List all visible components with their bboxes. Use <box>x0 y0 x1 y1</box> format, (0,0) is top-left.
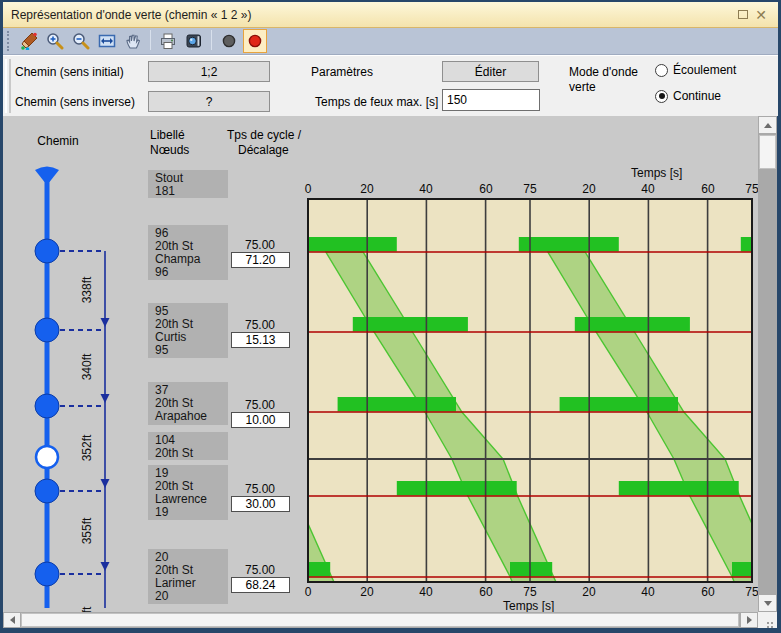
scroll-up-button[interactable] <box>759 117 776 133</box>
zoom-out-icon <box>72 32 90 50</box>
restore-button[interactable] <box>734 6 752 24</box>
scroll-down-button[interactable] <box>759 595 776 611</box>
bottom-axis-tick-1: 20 <box>352 585 382 599</box>
panel-splitter[interactable] <box>5 59 11 113</box>
temps-feux-input[interactable] <box>442 89 540 111</box>
tps-cycle-header: Tps de cycle / <box>227 128 301 142</box>
scroll-left-icon <box>10 616 15 624</box>
radio-ecoulement-label: Écoulement <box>673 63 736 77</box>
chemin-inverse-label: Chemin (sens inverse) <box>15 95 135 109</box>
chemin-inverse-button[interactable]: ? <box>148 91 270 112</box>
toolbar-drag-handle[interactable] <box>7 31 12 51</box>
top-axis-tick-7: 60 <box>693 182 723 196</box>
cycle-time-arapahoe: 75.00 <box>231 398 289 412</box>
zoom-in-button[interactable] <box>43 29 67 53</box>
distance-label-4: ft <box>80 587 94 612</box>
vertical-scroll-thumb[interactable] <box>759 135 776 169</box>
toolbar-separator <box>150 30 151 50</box>
close-icon: ✕ <box>755 8 767 22</box>
restore-icon <box>738 10 748 19</box>
bottom-axis-tick-8: 75 <box>737 585 758 599</box>
mode-onde-label: Mode d'onde verte <box>569 65 651 95</box>
mode-red-button[interactable] <box>243 29 267 53</box>
horizontal-scrollbar[interactable] <box>3 612 758 628</box>
print-button[interactable] <box>156 29 180 53</box>
top-axis-tick-6: 40 <box>633 182 663 196</box>
bottom-axis-tick-2: 40 <box>411 585 441 599</box>
snapshot-icon <box>185 32 203 50</box>
chemin-initial-label: Chemin (sens initial) <box>15 65 124 79</box>
top-axis-tick-0: 0 <box>293 182 323 196</box>
parameter-panel: Chemin (sens initial) 1;2 Chemin (sens i… <box>3 55 778 116</box>
toolbar <box>3 28 778 55</box>
node-label-stout: Stout181 <box>148 170 228 198</box>
node-label-104: 10420th St <box>148 432 228 460</box>
node-label-arapahoe: 3720th StArapahoe <box>148 382 228 425</box>
bottom-axis-tick-3: 60 <box>471 585 501 599</box>
noeuds-header: Nœuds <box>150 143 189 157</box>
bottom-axis-title: Temps [s] <box>503 599 554 612</box>
repaint-button[interactable] <box>17 29 41 53</box>
zoom-fit-button[interactable] <box>95 29 119 53</box>
zoom-out-button[interactable] <box>69 29 93 53</box>
top-axis-tick-5: 20 <box>574 182 604 196</box>
radio-ecoulement-icon <box>655 64 668 77</box>
radio-continue-label: Continue <box>673 89 721 103</box>
offset-input-larimer[interactable] <box>231 577 290 593</box>
snapshot-button[interactable] <box>182 29 206 53</box>
parametres-label: Paramètres <box>311 65 373 79</box>
libelle-header: Libellé <box>150 128 185 142</box>
temps-feux-label: Temps de feux max. [s] <box>315 95 438 109</box>
bottom-axis-tick-6: 40 <box>633 585 663 599</box>
cycle-time-lawrence: 75.00 <box>231 482 289 496</box>
node-label-lawrence: 1920th StLawrence19 <box>148 465 228 520</box>
scroll-left-button[interactable] <box>4 613 20 627</box>
diagram-area: Chemin Libellé Nœuds Tps de cycle / Déca… <box>3 116 758 612</box>
distance-label-0: 338ft <box>80 267 94 313</box>
mode-gray-button[interactable] <box>217 29 241 53</box>
scroll-down-icon <box>764 601 772 606</box>
top-axis-tick-8: 75 <box>737 182 758 196</box>
cycle-time-champa: 75.00 <box>231 238 289 252</box>
radio-continue[interactable]: Continue <box>655 89 721 103</box>
pan-hand-icon <box>124 32 142 50</box>
window-title: Représentation d'onde verte (chemin « 1 … <box>11 8 734 22</box>
node-label-champa: 9620th StChampa96 <box>148 225 228 280</box>
chemin-initial-button[interactable]: 1;2 <box>148 61 270 82</box>
toolbar-separator <box>211 30 212 50</box>
zoom-in-icon <box>46 32 64 50</box>
offset-input-curtis[interactable] <box>231 332 290 348</box>
offset-input-champa[interactable] <box>231 252 290 268</box>
offset-input-arapahoe[interactable] <box>231 412 290 428</box>
top-axis-tick-4: 75 <box>515 182 545 196</box>
scroll-right-button[interactable] <box>741 613 757 627</box>
scroll-up-icon <box>764 123 772 128</box>
resize-grip-icon[interactable] <box>758 612 777 628</box>
top-axis-tick-1: 20 <box>352 182 382 196</box>
close-button[interactable]: ✕ <box>752 6 770 24</box>
top-axis-tick-3: 60 <box>471 182 501 196</box>
radio-ecoulement[interactable]: Écoulement <box>655 63 736 77</box>
editer-button[interactable]: Éditer <box>442 61 539 82</box>
cycle-time-curtis: 75.00 <box>231 318 289 332</box>
cycle-time-larimer: 75.00 <box>231 563 289 577</box>
fit-width-icon <box>98 32 116 50</box>
printer-icon <box>159 32 177 50</box>
node-label-curtis: 9520th StCurtis95 <box>148 303 228 358</box>
chemin-header: Chemin <box>21 134 95 148</box>
horizontal-scroll-thumb[interactable] <box>21 613 739 627</box>
bottom-axis-tick-0: 0 <box>293 585 323 599</box>
pan-button[interactable] <box>121 29 145 53</box>
titlebar[interactable]: Représentation d'onde verte (chemin « 1 … <box>3 2 778 28</box>
decalage-header: Décalage <box>238 143 289 157</box>
gray-circle-icon <box>220 32 238 50</box>
red-circle-icon <box>246 32 264 50</box>
vertical-scrollbar[interactable] <box>758 116 777 612</box>
distance-label-2: 352ft <box>80 425 94 471</box>
radio-continue-icon <box>655 90 668 103</box>
distance-label-3: 355ft <box>80 508 94 554</box>
green-wave-window: Représentation d'onde verte (chemin « 1 … <box>0 0 781 633</box>
repaint-brush-icon <box>20 32 38 50</box>
offset-input-lawrence[interactable] <box>231 496 290 512</box>
scroll-right-icon <box>747 616 752 624</box>
